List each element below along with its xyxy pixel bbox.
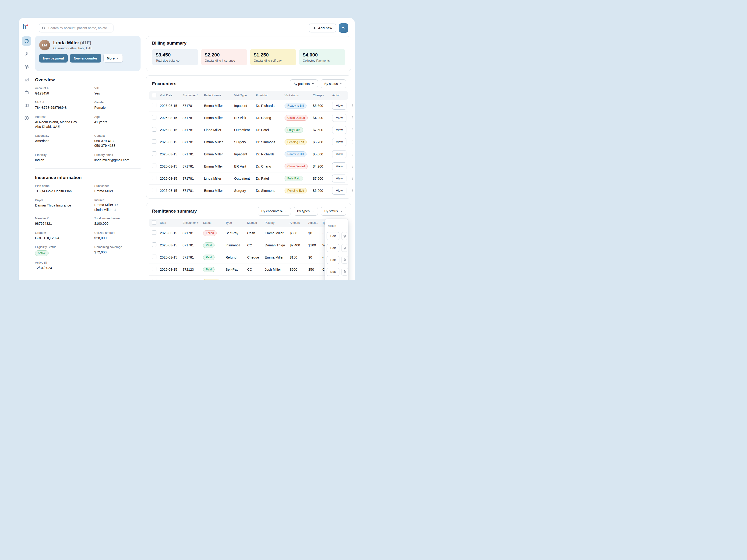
field-group: Group #GRP-THQ-2024 xyxy=(35,231,92,240)
kebab-menu-icon[interactable] xyxy=(349,187,355,195)
kebab-menu-icon[interactable] xyxy=(349,126,355,134)
sidebar-item-patients[interactable] xyxy=(22,49,31,59)
view-button[interactable]: View xyxy=(332,162,346,170)
charges: $5,600 xyxy=(313,104,332,108)
sidebar-item-contacts[interactable] xyxy=(22,75,31,84)
col-action: Action xyxy=(332,94,348,97)
row-checkbox[interactable] xyxy=(152,255,156,259)
sidebar-item-billing[interactable] xyxy=(22,101,31,110)
by-status-dropdown[interactable]: By status xyxy=(321,79,346,88)
kebab-menu-icon[interactable] xyxy=(349,175,355,183)
encounter-number: 872123 xyxy=(183,268,203,271)
charges: $4,200 xyxy=(313,164,332,168)
field-nhs: NHS #784-8798-9987989-8 xyxy=(35,101,92,110)
contact-card-icon xyxy=(24,77,29,82)
row-checkbox[interactable] xyxy=(152,279,156,280)
row-checkbox[interactable] xyxy=(152,127,156,132)
view-button[interactable]: View xyxy=(332,138,346,146)
view-button[interactable]: View xyxy=(332,102,346,110)
delete-button[interactable] xyxy=(341,268,348,275)
new-payment-button[interactable]: New payment xyxy=(39,54,68,62)
status-badge: Pending xyxy=(203,279,220,280)
row-checkbox[interactable] xyxy=(152,103,156,107)
encounter-number: 871781 xyxy=(183,128,204,132)
sidebar-item-dashboard[interactable] xyxy=(22,36,31,46)
row-checkbox[interactable] xyxy=(152,230,156,235)
encounter-number: 871781 xyxy=(183,164,204,168)
adjustment: $0 xyxy=(308,231,323,235)
remittance-row: 2025-03-15 871781 Failed Self-Pay Cash E… xyxy=(149,227,348,239)
col-encounter: Encounter # xyxy=(183,221,203,224)
delete-button[interactable] xyxy=(341,280,348,280)
field-address: AddressAl Reem Island, Marina Bay Abu Dh… xyxy=(35,115,92,129)
view-button[interactable]: View xyxy=(332,175,346,183)
delete-button[interactable] xyxy=(341,256,348,264)
edit-button[interactable]: Edit xyxy=(327,232,339,240)
add-new-button[interactable]: Add new xyxy=(309,24,336,32)
payment-type: Insurance xyxy=(226,243,247,247)
new-encounter-button[interactable]: New encounter xyxy=(70,54,101,62)
row-checkbox[interactable] xyxy=(152,115,156,119)
insured-link[interactable]: Emma Miller xyxy=(94,203,143,207)
row-checkbox[interactable] xyxy=(152,267,156,271)
row-checkbox[interactable] xyxy=(152,242,156,247)
remittance-card: Remittance summary By encounter# By type… xyxy=(146,203,351,280)
ai-assistant-button[interactable] xyxy=(339,23,348,33)
by-status-label: By status xyxy=(324,82,338,86)
kebab-menu-icon[interactable] xyxy=(349,150,355,158)
field-email: Primary emaillinda.miller@gmail.com xyxy=(94,153,143,162)
row-checkbox[interactable] xyxy=(152,176,156,180)
row-checkbox[interactable] xyxy=(152,164,156,168)
insured-link-label: Emma Miller xyxy=(94,203,113,207)
row-checkbox[interactable] xyxy=(152,188,156,192)
field-contact: Contact050-379-4133 050-379-4133 xyxy=(94,134,143,148)
sidebar-item-records[interactable] xyxy=(22,62,31,72)
visit-type: Surgery xyxy=(234,189,256,192)
select-all-checkbox[interactable] xyxy=(152,93,156,97)
physician: Dr. Simmons xyxy=(256,189,285,192)
method: Cash xyxy=(247,231,265,235)
kebab-menu-icon[interactable] xyxy=(349,102,355,110)
edit-button[interactable]: Edit xyxy=(327,280,339,280)
billing-summary-title: Billing summary xyxy=(152,41,345,46)
delete-button[interactable] xyxy=(341,232,348,240)
by-status-dropdown[interactable]: By status xyxy=(321,207,346,216)
avatar: LM xyxy=(39,40,50,50)
patients-icon xyxy=(24,51,29,56)
row-checkbox[interactable] xyxy=(152,152,156,156)
edit-button[interactable]: Edit xyxy=(327,244,339,252)
paid-by: Emma Miller xyxy=(265,231,290,235)
layers-icon xyxy=(24,64,29,69)
by-encounter-dropdown[interactable]: By encounter# xyxy=(258,207,291,216)
more-button[interactable]: More xyxy=(103,54,123,62)
add-new-label: Add new xyxy=(318,26,332,30)
view-button[interactable]: View xyxy=(332,150,346,158)
sidebar-item-payments[interactable] xyxy=(22,113,31,123)
visit-date: 2025-03-15 xyxy=(160,189,183,192)
search-input[interactable] xyxy=(48,26,110,30)
by-types-dropdown[interactable]: By types xyxy=(294,207,318,216)
kebab-menu-icon[interactable] xyxy=(349,162,355,170)
remittance-header: Date Encounter # Status Type Method Paid… xyxy=(149,219,348,227)
encounter-number: 871781 xyxy=(183,140,204,144)
view-button[interactable]: View xyxy=(332,187,346,195)
physician: Dr. Simmons xyxy=(256,140,285,144)
edit-button[interactable]: Edit xyxy=(327,268,339,276)
by-patients-dropdown[interactable]: By patients xyxy=(290,79,318,88)
view-button[interactable]: View xyxy=(332,114,346,122)
sidebar-item-services[interactable] xyxy=(22,88,31,97)
col-charges: Charges xyxy=(313,94,332,97)
patient-name-cell: Emma Miller xyxy=(204,164,234,168)
insured-link[interactable]: Linda Miller xyxy=(94,208,143,212)
adjustment: $0 xyxy=(308,280,323,280)
row-checkbox[interactable] xyxy=(152,139,156,144)
edit-button[interactable]: Edit xyxy=(327,256,339,264)
by-status-label: By status xyxy=(324,209,338,213)
kebab-menu-icon[interactable] xyxy=(349,138,355,146)
col-patient-name: Patient name xyxy=(204,94,234,97)
kebab-menu-icon[interactable] xyxy=(349,114,355,122)
patient-name: Linda Miller(41F) xyxy=(53,40,93,46)
view-button[interactable]: View xyxy=(332,126,346,134)
delete-button[interactable] xyxy=(341,244,348,252)
select-all-checkbox[interactable] xyxy=(152,220,156,225)
